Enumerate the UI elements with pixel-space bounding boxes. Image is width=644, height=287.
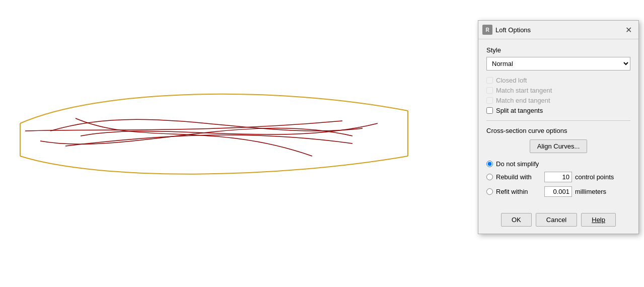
close-button[interactable]: ✕ <box>622 24 634 36</box>
dialog-titlebar: R Loft Options ✕ <box>478 21 638 39</box>
match-start-label: Match start tangent <box>496 87 552 94</box>
match-end-row: Match end tangent <box>486 97 630 104</box>
divider <box>486 120 630 121</box>
ok-button[interactable]: OK <box>501 213 532 227</box>
cross-section-header: Cross-section curve options <box>486 127 630 134</box>
dialog-icon: R <box>482 25 492 35</box>
split-tangents-row: Split at tangents <box>486 107 630 114</box>
dialog-title: Loft Options <box>495 26 622 34</box>
refit-unit-label: millimeters <box>575 188 606 195</box>
refit-within-row: Refit within millimeters <box>486 186 630 197</box>
help-button[interactable]: Help <box>581 213 616 227</box>
split-tangents-checkbox[interactable] <box>486 107 493 114</box>
canvas-area <box>0 0 438 287</box>
style-dropdown[interactable]: Normal Loose Tight Straight sections Dev… <box>486 57 630 70</box>
match-end-checkbox[interactable] <box>486 97 493 104</box>
split-tangents-label: Split at tangents <box>496 107 543 114</box>
dialog-body: Style Normal Loose Tight Straight sectio… <box>478 39 638 208</box>
match-end-label: Match end tangent <box>496 97 550 104</box>
closed-loft-row: Closed loft <box>486 77 630 84</box>
do-not-simplify-row: Do not simplify <box>486 160 630 168</box>
rebuild-with-radio[interactable] <box>486 174 493 180</box>
rebuild-with-label: Rebuild with <box>496 173 541 181</box>
do-not-simplify-radio[interactable] <box>486 161 493 167</box>
loft-options-dialog: R Loft Options ✕ Style Normal Loose Tigh… <box>478 20 639 234</box>
refit-within-label: Refit within <box>496 188 541 195</box>
style-label: Style <box>486 46 630 54</box>
refit-value-input[interactable] <box>544 186 572 197</box>
match-start-row: Match start tangent <box>486 87 630 94</box>
refit-within-radio[interactable] <box>486 188 493 195</box>
rebuild-points-input[interactable] <box>544 172 572 182</box>
loft-canvas <box>0 0 438 287</box>
dialog-buttons: OK Cancel Help <box>478 208 638 234</box>
closed-loft-label: Closed loft <box>496 77 527 84</box>
closed-loft-checkbox[interactable] <box>486 77 493 84</box>
rebuild-with-row: Rebuild with control points <box>486 172 630 182</box>
match-start-checkbox[interactable] <box>486 87 493 94</box>
do-not-simplify-label: Do not simplify <box>496 160 541 168</box>
rebuild-unit-label: control points <box>575 173 614 181</box>
cancel-button[interactable]: Cancel <box>536 213 577 227</box>
align-curves-button[interactable]: Align Curves... <box>530 139 588 153</box>
